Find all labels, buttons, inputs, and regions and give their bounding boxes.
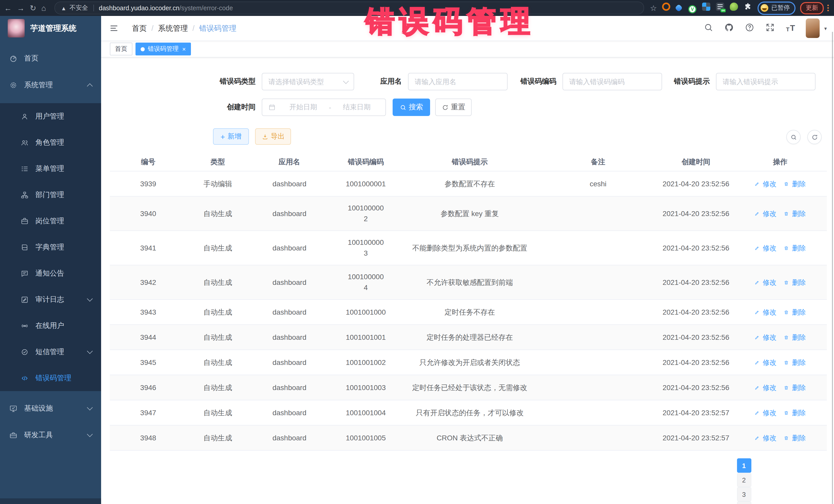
browser-menu-icon[interactable] (827, 5, 829, 11)
sidebar-item-error-code[interactable]: 错误码管理 (0, 365, 101, 391)
ext-list-on-icon[interactable]: on (716, 3, 724, 11)
search-button[interactable]: 搜索 (393, 98, 430, 116)
page-button-3[interactable]: 3 (737, 487, 751, 501)
fullscreen-icon[interactable] (766, 22, 775, 32)
extensions-puzzle-icon[interactable] (744, 3, 752, 11)
delete-link[interactable]: 删除 (784, 357, 806, 368)
app-logo[interactable]: 芋道管理系统 (0, 16, 101, 41)
page-button-2[interactable]: 2 (737, 473, 751, 487)
sidebar-item-dashboard[interactable]: 首页 (0, 45, 101, 72)
help-icon[interactable] (745, 22, 755, 32)
sidebar-collapse-bar[interactable] (0, 498, 101, 504)
delete-link[interactable]: 删除 (784, 242, 806, 253)
table-row[interactable]: 3947自动生成dashboard1001001004只有开启状态的任务，才可以… (110, 400, 827, 425)
profile-paused-chip[interactable]: 已暂停 (758, 1, 795, 15)
ext-blue-grid-icon[interactable] (702, 3, 710, 11)
breadcrumb-item[interactable]: 首页 (132, 23, 147, 33)
tag-item[interactable]: 首页 (110, 43, 132, 56)
sidebar-item-notice[interactable]: 通知公告 (0, 260, 101, 286)
ext-orange-icon[interactable] (662, 3, 670, 11)
sidebar-item-sms[interactable]: 短信管理 (0, 339, 101, 365)
table-row[interactable]: 3942自动生成dashboard100100000 4不允许获取敏感配置到前端… (110, 265, 827, 300)
update-button[interactable]: 更新 (800, 2, 824, 14)
cell-time: 2021-04-20 23:52:56 (658, 354, 733, 371)
table-row[interactable]: 3948自动生成dashboard1001001005CRON 表达式不正确20… (110, 425, 827, 451)
delete-link[interactable]: 删除 (784, 432, 806, 443)
add-button[interactable]: +新增 (213, 128, 249, 145)
delete-link[interactable]: 删除 (784, 277, 806, 288)
bookmark-star-icon[interactable]: ☆ (650, 3, 657, 13)
delete-link[interactable]: 删除 (784, 332, 806, 343)
github-icon[interactable] (724, 22, 734, 32)
edit-link[interactable]: 修改 (754, 242, 776, 253)
cell-app: dashboard (249, 404, 330, 421)
sidebar-item-org-tree[interactable]: 部门管理 (0, 182, 101, 208)
error-type-select[interactable] (262, 73, 354, 90)
cell-id: 3942 (110, 274, 186, 291)
sidebar-item-devtools[interactable]: 研发工具 (0, 422, 101, 448)
edit-link[interactable]: 修改 (754, 277, 776, 288)
table-row[interactable]: 3940自动生成dashboard100100000 2参数配置 key 重复2… (110, 197, 827, 231)
export-button[interactable]: 导出 (255, 128, 291, 145)
ext-green-pin-icon[interactable] (730, 3, 738, 11)
table-row[interactable]: 3945自动生成dashboard1001001002只允许修改为开启或者关闭状… (110, 350, 827, 375)
sidebar-item-gear[interactable]: 系统管理 (0, 72, 101, 98)
edit-link[interactable]: 修改 (754, 332, 776, 343)
cell-remark (538, 279, 658, 285)
table-row[interactable]: 3944自动生成dashboard1001001001定时任务的处理器已经存在2… (110, 325, 827, 350)
error-code-input[interactable] (563, 73, 662, 90)
delete-link[interactable]: 删除 (784, 178, 806, 189)
sidebar-item-post[interactable]: 岗位管理 (0, 208, 101, 234)
delete-link[interactable]: 删除 (784, 382, 806, 393)
sidebar-item-roles[interactable]: 角色管理 (0, 129, 101, 155)
breadcrumb-item[interactable]: 系统管理 (158, 23, 188, 33)
scrollbar[interactable] (832, 32, 833, 504)
avatar[interactable] (806, 19, 820, 38)
page-button-4[interactable]: 4 (737, 501, 751, 504)
font-size-icon[interactable]: TT (786, 24, 795, 32)
page-button-1[interactable]: 1 (737, 458, 751, 473)
caret-down-icon[interactable]: ▾ (824, 25, 827, 31)
edit-link[interactable]: 修改 (754, 307, 776, 317)
edit-link[interactable]: 修改 (754, 382, 776, 393)
delete-link[interactable]: 删除 (784, 407, 806, 418)
refresh-table-button[interactable] (807, 130, 822, 144)
edit-link[interactable]: 修改 (754, 407, 776, 418)
error-msg-input[interactable] (716, 73, 815, 90)
tag-active[interactable]: 错误码管理× (135, 43, 191, 56)
reset-button[interactable]: 重置 (435, 98, 471, 116)
sidebar-item-user[interactable]: 用户管理 (0, 103, 101, 129)
close-icon[interactable]: × (182, 46, 186, 52)
edit-link[interactable]: 修改 (754, 432, 776, 443)
home-icon[interactable]: ⌂ (41, 4, 46, 12)
table-row[interactable]: 3939手动编辑dashboard1001000001参数配置不存在ceshi2… (110, 171, 827, 197)
reload-icon[interactable]: ↻ (30, 4, 36, 12)
security-label[interactable]: 不安全 (69, 4, 88, 12)
address-bar[interactable]: ▲ 不安全 dashboard.yudao.iocoder.cn/system/… (54, 2, 644, 14)
sidebar-item-online-user[interactable]: 在线用户 (0, 312, 101, 339)
url-text[interactable]: dashboard.yudao.iocoder.cn/system/error-… (99, 4, 233, 12)
toggle-search-button[interactable] (786, 130, 800, 144)
back-icon[interactable]: ← (4, 4, 12, 12)
delete-link[interactable]: 删除 (784, 208, 806, 219)
forward-icon[interactable]: → (17, 4, 25, 12)
table-row[interactable]: 3943自动生成dashboard1001001000定时任务不存在2021-0… (110, 300, 827, 325)
search-icon[interactable] (704, 22, 714, 32)
cell-app: dashboard (249, 205, 330, 222)
ext-blue-gem-icon[interactable] (675, 4, 683, 12)
sidebar-item-dict[interactable]: 字典管理 (0, 234, 101, 260)
edit-link[interactable]: 修改 (754, 208, 776, 219)
ext-green-icon[interactable]: V (688, 5, 697, 13)
hamburger-icon[interactable] (109, 24, 118, 33)
sidebar-item-menu-list[interactable]: 菜单管理 (0, 155, 101, 182)
edit-link[interactable]: 修改 (754, 357, 776, 368)
table-row[interactable]: 3946自动生成dashboard1001001003定时任务已经处于该状态，无… (110, 375, 827, 400)
sidebar-item-infra[interactable]: 基础设施 (0, 395, 101, 422)
app-name-input[interactable] (408, 73, 508, 90)
date-range-picker[interactable]: 开始日期 - 结束日期 (262, 98, 386, 116)
pencil-icon (754, 309, 761, 315)
delete-link[interactable]: 删除 (784, 307, 806, 317)
edit-link[interactable]: 修改 (754, 178, 776, 189)
sidebar-item-audit-log[interactable]: 审计日志 (0, 286, 101, 312)
table-row[interactable]: 3941自动生成dashboard100100000 3不能删除类型为系统内置的… (110, 231, 827, 265)
